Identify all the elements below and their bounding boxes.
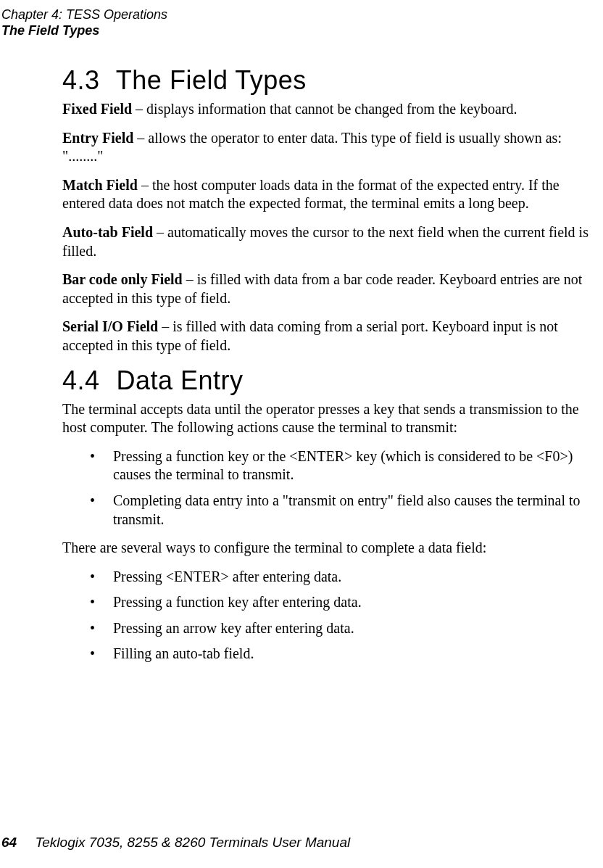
para-autotab-field: Auto-tab Field – automatically moves the… [62, 223, 602, 260]
page-footer: 64 Teklogix 7035, 8255 & 8260 Terminals … [1, 835, 350, 851]
para-barcode-field: Bar code only Field – is filled with dat… [62, 270, 602, 307]
para-data-entry-intro: The terminal accepts data until the oper… [62, 400, 602, 437]
heading-number: 4.3 [62, 65, 109, 96]
list-item: Completing data entry into a "transmit o… [62, 492, 602, 529]
header-chapter-line: Chapter 4: TESS Operations [1, 7, 167, 23]
manual-title: Teklogix 7035, 8255 & 8260 Terminals Use… [35, 835, 350, 850]
list-item: Pressing an arrow key after entering dat… [62, 619, 602, 638]
para-match-field: Match Field – the host computer loads da… [62, 176, 602, 213]
heading-4-4: 4.4 Data Entry [62, 365, 602, 396]
text-fixed: – displays information that cannot be ch… [132, 101, 517, 117]
list-item: Pressing <ENTER> after entering data. [62, 568, 602, 587]
heading-number: 4.4 [62, 365, 109, 396]
header-section-line: The Field Types [1, 23, 167, 39]
term-serial: Serial I/O Field [62, 318, 158, 334]
content-area: 4.3 The Field Types Fixed Field – displa… [62, 58, 602, 674]
list-item: Filling an auto-tab field. [62, 645, 602, 664]
list-item: Pressing a function key after entering d… [62, 593, 602, 612]
para-entry-field: Entry Field – allows the operator to ent… [62, 129, 602, 166]
term-match: Match Field [62, 177, 138, 193]
term-entry: Entry Field [62, 130, 133, 146]
bullet-list-transmit: Pressing a function key or the <ENTER> k… [62, 447, 602, 529]
page: Chapter 4: TESS Operations The Field Typ… [0, 0, 603, 868]
text-entry: – allows the operator to enter data. Thi… [62, 130, 562, 165]
page-number: 64 [1, 835, 17, 850]
heading-title: Data Entry [117, 365, 244, 395]
term-barcode: Bar code only Field [62, 271, 183, 287]
bullet-list-complete: Pressing <ENTER> after entering data. Pr… [62, 568, 602, 664]
term-fixed: Fixed Field [62, 101, 132, 117]
para-fixed-field: Fixed Field – displays information that … [62, 100, 602, 119]
para-serial-field: Serial I/O Field – is filled with data c… [62, 318, 602, 355]
heading-4-3: 4.3 The Field Types [62, 65, 602, 96]
term-autotab: Auto-tab Field [62, 224, 153, 240]
para-configure-complete: There are several ways to configure the … [62, 539, 602, 558]
list-item: Pressing a function key or the <ENTER> k… [62, 447, 602, 484]
running-header: Chapter 4: TESS Operations The Field Typ… [1, 7, 167, 38]
heading-title: The Field Types [116, 65, 307, 95]
